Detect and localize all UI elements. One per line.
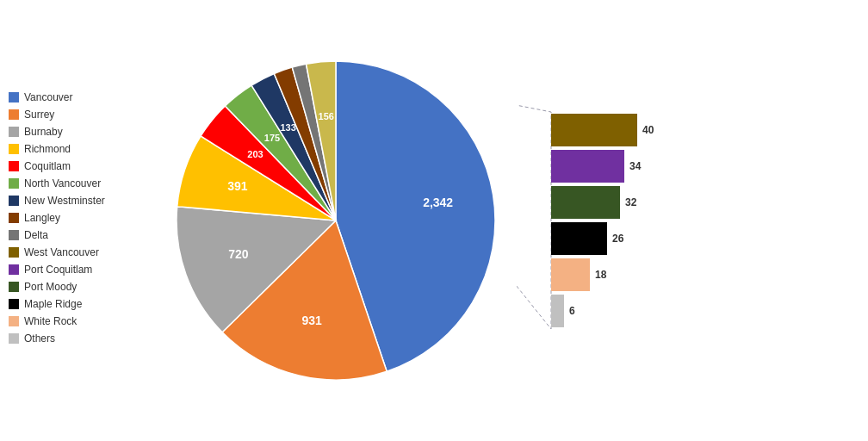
- pie-label: 391: [227, 179, 248, 193]
- legend-item: Coquitlam: [9, 160, 146, 172]
- bar-rect: [551, 114, 637, 146]
- legend-item: Richmond: [9, 143, 146, 155]
- bar-rect: [551, 150, 624, 183]
- legend-item: West Vancouver: [9, 246, 146, 258]
- legend-item: Surrey: [9, 109, 146, 121]
- pie-label: 133: [281, 122, 296, 133]
- legend-color-swatch: [9, 196, 19, 206]
- bar-value-label: 26: [612, 233, 623, 245]
- legend-color-swatch: [9, 264, 19, 275]
- bar-rect: [551, 258, 590, 291]
- exploded-bar-item: 6: [551, 293, 654, 329]
- legend-label: Burnaby: [24, 126, 63, 138]
- pie-label: 2,342: [423, 196, 453, 209]
- legend-color-swatch: [9, 230, 19, 240]
- legend-item: White Rock: [9, 315, 146, 327]
- bar-rect: [551, 186, 620, 219]
- legend-item: Vancouver: [9, 91, 146, 103]
- legend-label: Surrey: [24, 109, 54, 121]
- exploded-bars: 40 34 32 26 18 6: [551, 112, 654, 329]
- pie-label: 931: [301, 314, 322, 327]
- legend-item: Burnaby: [9, 126, 146, 138]
- bar-value-label: 40: [642, 124, 654, 136]
- pie-chart-svg: 2,342931720391203175133156: [155, 40, 517, 401]
- exploded-bar-item: 34: [551, 148, 654, 184]
- legend-label: Others: [24, 332, 55, 345]
- legend-color-swatch: [9, 247, 19, 258]
- legend-item: Port Coquitlam: [9, 264, 146, 276]
- legend-label: New Westminster: [24, 195, 105, 207]
- bar-rect: [551, 295, 564, 327]
- legend-label: West Vancouver: [24, 246, 99, 258]
- legend-item: North Vancouver: [9, 177, 146, 189]
- legend-item: New Westminster: [9, 195, 146, 207]
- bar-value-label: 6: [569, 305, 575, 317]
- legend-label: Delta: [24, 229, 48, 241]
- legend-color-swatch: [9, 316, 19, 326]
- legend-label: Richmond: [24, 143, 71, 155]
- legend-label: White Rock: [24, 315, 77, 327]
- legend-label: Port Moody: [24, 281, 77, 293]
- legend-color-swatch: [9, 144, 19, 154]
- pie-label: 175: [264, 133, 280, 143]
- legend-item: Others: [9, 332, 146, 345]
- legend-color-swatch: [9, 109, 19, 120]
- legend-color-swatch: [9, 127, 19, 137]
- bar-rect: [551, 222, 607, 255]
- bar-value-label: 18: [595, 269, 606, 281]
- pie-label: 203: [247, 149, 263, 159]
- legend-label: Maple Ridge: [24, 298, 82, 310]
- dashed-connector: [517, 61, 551, 329]
- legend-label: North Vancouver: [24, 177, 101, 189]
- legend-item: Delta: [9, 229, 146, 241]
- legend-item: Langley: [9, 212, 146, 224]
- exploded-bar-item: 18: [551, 257, 654, 293]
- legend-color-swatch: [9, 282, 19, 292]
- exploded-bar-item: 26: [551, 220, 654, 257]
- exploded-area: 40 34 32 26 18 6: [517, 40, 706, 401]
- chart-container: VancouverSurreyBurnabyRichmondCoquitlamN…: [0, 0, 868, 441]
- pie-label: 720: [228, 247, 249, 261]
- legend-color-swatch: [9, 299, 19, 309]
- legend-label: Langley: [24, 212, 60, 224]
- pie-chart-area: 2,342931720391203175133156: [155, 40, 517, 401]
- legend-label: Vancouver: [24, 91, 72, 103]
- legend-color-swatch: [9, 161, 19, 171]
- legend: VancouverSurreyBurnabyRichmondCoquitlamN…: [0, 74, 155, 367]
- bar-value-label: 34: [629, 160, 641, 172]
- legend-color-swatch: [9, 213, 19, 223]
- legend-item: Port Moody: [9, 281, 146, 293]
- legend-color-swatch: [9, 178, 19, 189]
- legend-label: Coquitlam: [24, 160, 71, 172]
- legend-item: Maple Ridge: [9, 298, 146, 310]
- legend-color-swatch: [9, 333, 19, 344]
- exploded-bar-item: 40: [551, 112, 654, 148]
- legend-color-swatch: [9, 92, 19, 102]
- legend-label: Port Coquitlam: [24, 264, 92, 276]
- exploded-bar-item: 32: [551, 184, 654, 220]
- bar-value-label: 32: [625, 196, 636, 208]
- pie-label: 156: [319, 111, 334, 121]
